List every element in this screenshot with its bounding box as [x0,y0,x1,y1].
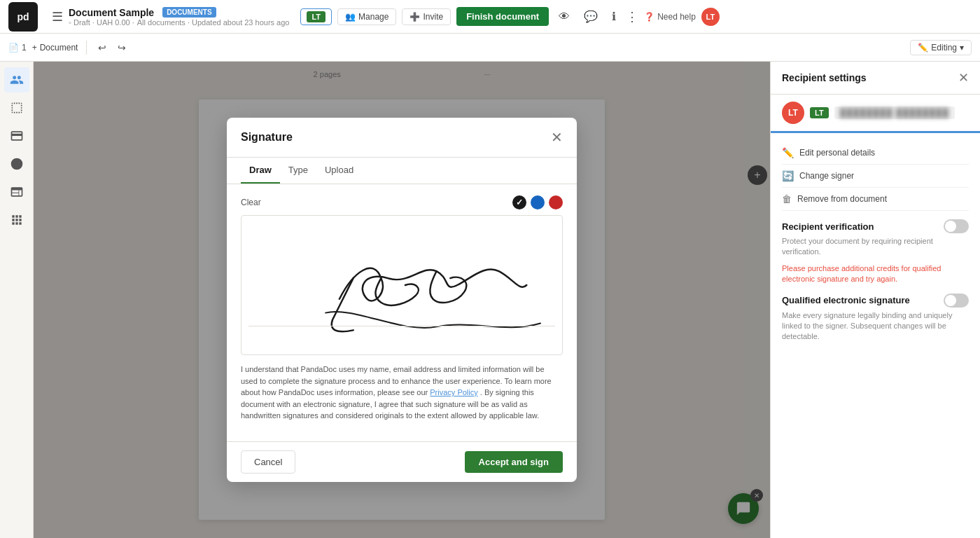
page-count: 📄 1 [8,43,27,53]
tab-upload[interactable]: Upload [316,158,362,184]
doc-tag: DOCUMENTS [162,7,216,18]
panel-title: Recipient settings [782,72,867,83]
signature-canvas[interactable] [241,215,563,355]
doc-meta: ◦ Draft · UAH 0.00 · All documents · Upd… [69,18,289,27]
finish-document-button[interactable]: Finish document [456,7,549,26]
recipients-icon[interactable] [4,67,29,92]
recipient-avatar: LT [782,102,804,124]
edit-personal-action[interactable]: ✏️ Edit personal details [782,142,969,165]
color-blue[interactable] [531,195,545,209]
clear-button[interactable]: Clear [241,198,261,207]
more-options-button[interactable]: ⋮ [626,9,638,25]
signature-drawing [241,216,562,354]
chevron-down-icon: ▾ [960,43,964,53]
toolbar-separator [86,41,87,55]
error-message: Please purchase additional credits for q… [782,263,969,285]
modal-close-button[interactable]: ✕ [551,129,563,146]
signature-modal: Signature ✕ Draw Type Upload Clear [227,118,577,482]
app-bar-actions: LT 👥 Manage ➕ Invite Finish document 👁 💬… [300,7,719,26]
verification-desc: Protect your document by requiring recip… [782,236,969,258]
fields-icon[interactable] [4,95,29,120]
lt-badge: LT [307,11,326,22]
right-panel: Recipient settings ✕ LT LT ████████ ████… [770,62,980,538]
invite-button[interactable]: ➕ Invite [402,8,451,25]
consent-text: I understand that PandaDoc uses my name,… [241,364,563,422]
panel-body: ✏️ Edit personal details 🔄 Change signer… [771,133,980,538]
color-black[interactable] [512,195,526,209]
change-icon: 🔄 [782,170,794,181]
need-help-button[interactable]: ❓ Need help [644,12,696,22]
left-icon-bar [0,62,34,538]
document-area: 2 pages ··· Urna Semper Instructor's Nam… [34,62,770,538]
privacy-policy-link[interactable]: Privacy Policy [430,388,477,396]
doc-info: Document Sample DOCUMENTS ◦ Draft · UAH … [69,7,289,27]
recipient-row: LT LT ████████ ████████ [771,95,980,133]
qualified-section-label: Qualified electronic signature [782,294,969,308]
panel-header: Recipient settings ✕ [771,62,980,95]
secondary-toolbar: 📄 1 + Document ↩ ↪ ✏️ Editing ▾ [0,34,980,62]
modal-title: Signature [241,131,293,144]
manage-button[interactable]: 👥 Manage [337,8,396,25]
info-icon[interactable]: ℹ [608,7,620,26]
help-icon: ❓ [644,12,654,22]
integrations-icon[interactable] [4,179,29,205]
accept-sign-button[interactable]: Accept and sign [465,451,563,473]
cancel-button[interactable]: Cancel [241,450,295,474]
page-icon: 📄 [8,43,19,53]
undo-button[interactable]: ↩ [95,41,109,55]
tab-draw[interactable]: Draw [241,158,280,184]
redo-button[interactable]: ↪ [115,41,129,55]
design-icon[interactable] [4,151,29,177]
plus-icon: + [32,43,37,53]
color-picker [512,195,563,209]
modal-body: Clear [227,184,577,441]
modal-overlay: Signature ✕ Draw Type Upload Clear [34,62,770,538]
comments-icon[interactable]: 💬 [580,7,602,26]
panel-close-button[interactable]: ✕ [958,70,969,85]
modal-tabs: Draw Type Upload [227,158,577,184]
payment-icon[interactable] [4,123,29,149]
lt-indicator[interactable]: LT [300,8,332,25]
add-document-button[interactable]: + Document [32,43,78,53]
verification-section-label: Recipient verification [782,219,969,233]
trash-icon: 🗑 [782,193,792,205]
invite-icon: ➕ [410,12,420,22]
editing-mode-button[interactable]: ✏️ Editing ▾ [910,40,972,55]
svg-point-0 [10,158,22,170]
main-content: 2 pages ··· Urna Semper Instructor's Nam… [0,62,980,538]
qualified-desc: Make every signature legally binding and… [782,310,969,343]
recipient-name-blurred: ████████ ████████ [834,106,955,119]
app-logo: pd [8,2,38,32]
doc-title: Document Sample [69,7,154,18]
manage-icon: 👥 [345,12,356,22]
verification-toggle[interactable] [944,219,969,233]
user-avatar[interactable]: LT [701,8,720,26]
edit-icon: ✏️ [782,147,794,158]
hamburger-button[interactable]: ☰ [46,6,69,27]
color-red[interactable] [549,195,563,209]
app-bar: pd ☰ Document Sample DOCUMENTS ◦ Draft ·… [0,0,980,34]
change-signer-action[interactable]: 🔄 Change signer [782,165,969,188]
qualified-toggle[interactable] [944,294,969,308]
modal-header: Signature ✕ [227,118,577,158]
variables-icon[interactable] [4,207,29,233]
remove-doc-action[interactable]: 🗑 Remove from document [782,188,969,211]
signature-baseline [248,326,555,326]
tab-type[interactable]: Type [280,158,316,184]
pencil-icon: ✏️ [918,43,928,53]
modal-footer: Cancel Accept and sign [227,441,577,482]
lt-badge-panel: LT [810,107,829,118]
canvas-toolbar: Clear [241,195,563,209]
preview-icon[interactable]: 👁 [554,8,574,26]
